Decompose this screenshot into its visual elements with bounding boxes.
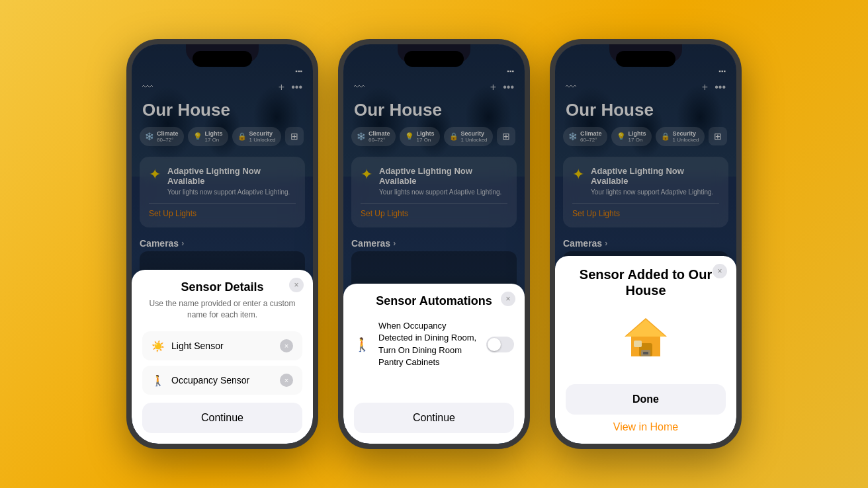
dynamic-island-2 (404, 51, 464, 67)
sheet-title-1: Sensor Details (142, 280, 302, 294)
phone-2: ▪▪▪ 〰 + ••• Our House ❄️ Climate 6 (338, 39, 530, 449)
occupancy-sensor-icon: 🚶 (152, 374, 165, 387)
phone-3: ▪▪▪ 〰 + ••• Our House ❄️ Climate 6 (550, 39, 742, 449)
sheet-subtitle-1: Use the name provided or enter a custom … (142, 298, 302, 321)
sensor-added-sheet: × Sensor Added to Our House (555, 256, 736, 444)
svg-rect-5 (643, 352, 648, 354)
automation-text: When Occupancy Detected in Dining Room, … (378, 320, 478, 368)
sheet-title-2: Sensor Automations (354, 294, 514, 308)
phone-2-wrapper: ▪▪▪ 〰 + ••• Our House ❄️ Climate 6 (338, 39, 530, 449)
sensor-item-light: ☀️ Light Sensor × (142, 331, 302, 360)
view-home-link[interactable]: View in Home (566, 421, 726, 433)
phone-screen-3: ▪▪▪ 〰 + ••• Our House ❄️ Climate 6 (555, 44, 736, 444)
light-sensor-clear[interactable]: × (280, 339, 293, 352)
svg-rect-3 (634, 341, 642, 347)
close-button-3[interactable]: × (713, 264, 727, 278)
automation-item: 🚶 When Occupancy Detected in Dining Room… (354, 312, 514, 376)
house-icon-wrapper (566, 311, 726, 364)
house-icon-svg (619, 311, 672, 364)
phone-1-wrapper: ▪▪▪ 〰 + ••• Our House ❄️ Climate 6 (126, 39, 318, 449)
sensor-details-sheet: × Sensor Details Use the name provided o… (132, 270, 313, 444)
automation-icon: 🚶 (354, 337, 370, 352)
sensor-automations-sheet: × Sensor Automations 🚶 When Occupancy De… (343, 284, 525, 444)
svg-marker-1 (626, 319, 666, 337)
occupancy-sensor-label: Occupancy Sensor (171, 375, 273, 386)
done-button[interactable]: Done (566, 384, 726, 415)
occupancy-sensor-clear[interactable]: × (280, 374, 293, 387)
dynamic-island-1 (193, 51, 252, 67)
sensor-added-title: Sensor Added to Our House (566, 266, 726, 298)
sensor-item-occupancy: 🚶 Occupancy Sensor × (142, 366, 302, 395)
continue-button-2[interactable]: Continue (354, 403, 514, 433)
phone-screen-1: ▪▪▪ 〰 + ••• Our House ❄️ Climate 6 (132, 44, 313, 444)
phone-1: ▪▪▪ 〰 + ••• Our House ❄️ Climate 6 (126, 39, 318, 449)
light-sensor-icon: ☀️ (152, 340, 165, 352)
dynamic-island-3 (616, 51, 675, 67)
phone-screen-2: ▪▪▪ 〰 + ••• Our House ❄️ Climate 6 (343, 44, 525, 444)
phone-3-wrapper: ▪▪▪ 〰 + ••• Our House ❄️ Climate 6 (550, 39, 742, 449)
continue-button-1[interactable]: Continue (142, 403, 302, 433)
automation-toggle[interactable] (486, 337, 514, 352)
light-sensor-label: Light Sensor (171, 341, 273, 351)
